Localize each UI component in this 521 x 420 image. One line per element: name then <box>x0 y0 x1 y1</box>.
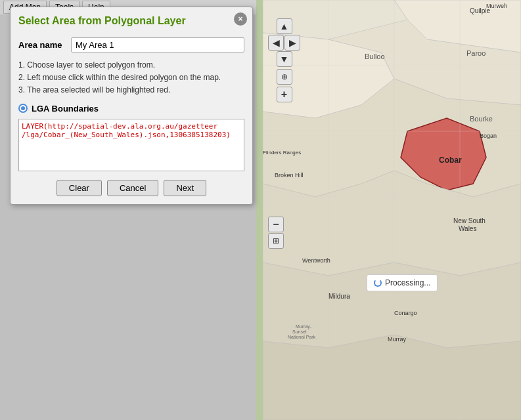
cancel-button[interactable]: Cancel <box>107 180 158 196</box>
place-national-park2: Sunset <box>292 329 307 334</box>
place-nsw2: Wales <box>459 225 476 232</box>
dialog-close-button[interactable]: × <box>234 12 247 26</box>
place-national-park3: National Park <box>288 335 316 339</box>
area-name-row: Area name <box>18 37 244 52</box>
place-national-park: Murray- <box>296 324 312 329</box>
processing-label: Processing... <box>385 278 430 287</box>
place-paroo: Paroo <box>466 49 486 57</box>
instruction-3: 3. The area selected will be highlighted… <box>18 84 244 96</box>
layer-radio-label: LGA Boundaries <box>32 104 99 114</box>
dialog-title: Select Area from Polygonal Layer <box>11 7 252 32</box>
map-nav-reset[interactable]: ⊕ <box>277 69 292 85</box>
map-zoom-out-container: − <box>268 217 284 232</box>
instructions: 1. Choose layer to select polygon from. … <box>18 59 244 97</box>
place-broken-hill: Broken Hill <box>275 172 304 178</box>
clear-button[interactable]: Clear <box>57 180 102 196</box>
map-nav-down[interactable]: ▼ <box>277 51 292 67</box>
place-murweh: Murweh <box>486 3 507 9</box>
dialog-body: Area name 1. Choose layer to select poly… <box>11 32 252 204</box>
area-name-label: Area name <box>18 40 64 50</box>
place-nsw: New South <box>453 217 486 224</box>
dialog-buttons: Clear Cancel Next <box>18 180 244 196</box>
map-layers-container: ⊞ <box>268 233 284 249</box>
map-zoom-in[interactable]: + <box>277 87 292 102</box>
place-wentworth: Wentworth <box>302 257 330 264</box>
layer-url-textarea[interactable]: LAYER(http://spatial-dev.ala.org.au/gaze… <box>18 119 244 171</box>
map-nav-up[interactable]: ▲ <box>277 18 292 34</box>
place-bourke: Bourke <box>470 115 493 123</box>
processing-spinner <box>374 279 382 287</box>
place-bulloo: Bulloo <box>365 52 385 60</box>
svg-marker-8 <box>263 335 521 420</box>
map-controls: ▲ ◀ ▶ ▼ ⊕ + <box>268 18 300 102</box>
place-cobar: Cobar <box>439 156 462 165</box>
radio-dot-inner <box>21 106 25 110</box>
area-name-input[interactable] <box>71 37 244 52</box>
map-nav-right[interactable]: ▶ <box>284 35 300 51</box>
place-conargo: Conargo <box>394 310 417 316</box>
next-button[interactable]: Next <box>164 180 206 196</box>
instruction-1: 1. Choose layer to select polygon from. <box>18 59 244 72</box>
select-area-dialog: Select Area from Polygonal Layer × Area … <box>10 7 253 205</box>
place-murray: Murray <box>388 336 407 343</box>
map-layers-btn[interactable]: ⊞ <box>268 233 284 249</box>
place-bogan: Bogan <box>480 133 497 139</box>
map-nav-left[interactable]: ◀ <box>268 35 284 51</box>
layer-radio-btn[interactable] <box>18 104 28 113</box>
layer-radio-row: LGA Boundaries <box>18 104 244 114</box>
place-flinders: Flinders Ranges <box>263 150 301 156</box>
map-container: Quilpie Murweh Bulloo Paroo Bourke Cobar… <box>263 0 521 420</box>
instruction-2: 2. Left mouse click within the desired p… <box>18 72 244 84</box>
place-mildura: Mildura <box>328 293 350 300</box>
map-zoom-out[interactable]: − <box>268 217 284 232</box>
processing-badge: Processing... <box>367 274 438 291</box>
